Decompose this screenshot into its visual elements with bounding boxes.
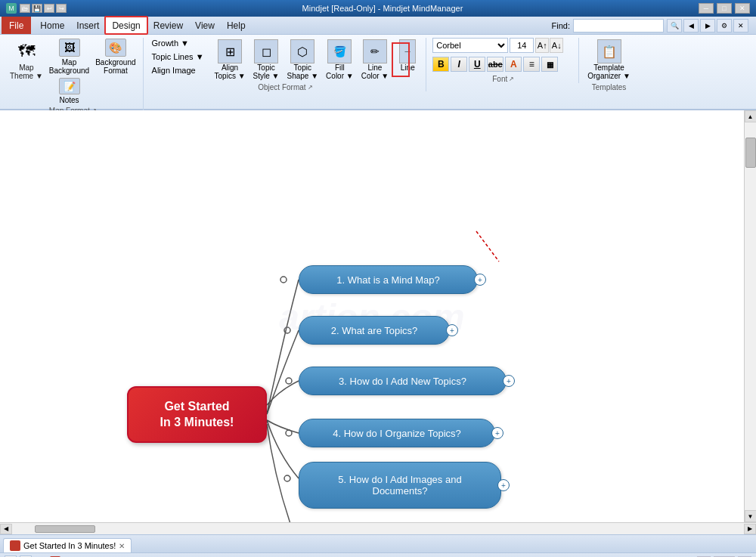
title-bar-minimize[interactable]: 🗁	[20, 4, 30, 13]
topic-style-btn[interactable]: ◻ TopicStyle ▼	[251, 38, 282, 82]
topic-4-text: 4. How do I Organize Topics?	[333, 428, 461, 439]
svg-point-4	[286, 430, 292, 436]
scroll-h-thumb[interactable]	[35, 525, 95, 533]
menu-design[interactable]: Design	[105, 17, 147, 34]
scroll-thumb[interactable]	[745, 138, 756, 168]
topic-node-2[interactable]: 2. What are Topics? +	[299, 316, 450, 345]
underline-btn[interactable]: U	[469, 57, 485, 72]
line-icon: →	[399, 39, 416, 63]
align-topics-btn[interactable]: ⊞ AlignTopics ▼	[212, 38, 248, 82]
topic-1-expand[interactable]: +	[474, 274, 486, 286]
font-expand[interactable]: ↗	[509, 76, 514, 82]
line-color-label: LineColor ▼	[361, 63, 389, 80]
italic-btn[interactable]: I	[451, 57, 467, 72]
font-label: Font ↗	[492, 75, 514, 83]
line-btn[interactable]: → Line	[394, 38, 421, 73]
vertical-scrollbar[interactable]: ▲ ▼	[744, 110, 756, 522]
central-node[interactable]: Get Started In 3 Minutes!	[127, 386, 267, 443]
svg-line-0	[476, 231, 499, 261]
tab-label: Get Started In 3 Minutes!	[23, 541, 116, 550]
map-theme-btn[interactable]: 🗺 MapTheme ▼	[8, 38, 45, 82]
line-color-btn[interactable]: ✏ LineColor ▼	[359, 38, 392, 82]
font-increase-btn[interactable]: A↑	[535, 38, 549, 53]
minimize-btn[interactable]: ─	[699, 3, 714, 14]
line-color-icon: ✏	[363, 39, 387, 63]
growth-btn[interactable]: Growth ▼	[150, 38, 191, 48]
title-bar-redo[interactable]: ↪	[56, 4, 67, 13]
map-background-label: MapBackground	[49, 58, 89, 75]
topic-1-text: 1. What is a Mind Map?	[336, 274, 440, 286]
menu-help[interactable]: Help	[221, 17, 252, 34]
topic-4-expand[interactable]: +	[491, 427, 503, 439]
title-bar-undo[interactable]: ↩	[44, 4, 54, 13]
find-close-btn[interactable]: ✕	[733, 19, 748, 32]
scroll-left-btn[interactable]: ◀	[0, 524, 12, 534]
title-bar-menu[interactable]: 💾	[32, 4, 42, 13]
map-background-btn[interactable]: 🖼 MapBackground	[47, 38, 91, 76]
scroll-right-btn[interactable]: ▶	[744, 524, 756, 534]
svg-point-1	[280, 277, 287, 283]
title-bar: M 🗁 💾 ↩ ↪ Mindjet [Read-Only] - Mindjet …	[0, 0, 756, 17]
line-label: Line	[401, 63, 415, 72]
notes-btn[interactable]: 📝 Notes	[47, 77, 91, 105]
map-background-icon: 🖼	[59, 39, 80, 57]
topic-lines-btn[interactable]: Topic Lines ▼	[150, 51, 206, 62]
highlight-btn[interactable]: A	[505, 57, 522, 72]
find-search-btn[interactable]: 🔍	[667, 19, 682, 32]
align-topics-icon: ⊞	[218, 39, 242, 63]
templates-label: Templates	[592, 83, 627, 91]
growth-label: Growth ▼	[152, 39, 189, 48]
find-options-btn[interactable]: ⚙	[717, 19, 732, 32]
tab-close-btn[interactable]: ✕	[119, 542, 125, 550]
object-format-label: Object Format ↗	[258, 83, 312, 91]
bold-btn[interactable]: B	[432, 57, 449, 72]
topic-style-icon: ◻	[254, 39, 278, 63]
topic-node-4[interactable]: 4. How do I Organize Topics? +	[299, 419, 495, 447]
window-controls: ─ □ ✕	[699, 3, 750, 14]
font-decrease-btn[interactable]: A↓	[550, 38, 563, 53]
find-next-btn[interactable]: ▶	[700, 19, 715, 32]
topic-shape-btn[interactable]: ⬡ TopicShape ▼	[285, 38, 321, 82]
font-size-input[interactable]	[510, 38, 534, 53]
menu-review[interactable]: Review	[147, 17, 189, 34]
map-theme-icon: 🗺	[14, 39, 39, 63]
ribbon-group-map-format: 🗺 MapTheme ▼ 🖼 MapBackground 📝 Notes 🎨	[3, 38, 144, 115]
strikethrough-btn[interactable]: abc	[487, 57, 503, 72]
topic-node-5[interactable]: 5. How do I Add Images andDocuments? +	[299, 462, 501, 509]
ribbon-group-font: Corbel A↑ A↓ B I U abc A ≡ ▦	[428, 38, 579, 83]
menu-view[interactable]: View	[189, 17, 221, 34]
notes-icon: 📝	[59, 78, 80, 94]
horizontal-scrollbar[interactable]: ◀ ▶	[0, 522, 756, 534]
scroll-up-btn[interactable]: ▲	[745, 110, 757, 122]
background-format-label: BackgroundFormat	[95, 58, 135, 75]
align-btn[interactable]: ≡	[523, 57, 540, 72]
maximize-btn[interactable]: □	[717, 3, 732, 14]
topic-3-text: 3. How do I Add New Topics?	[339, 376, 466, 387]
map-theme-label: MapTheme ▼	[10, 63, 43, 80]
topic-node-1[interactable]: 1. What is a Mind Map? +	[299, 265, 478, 294]
menu-insert[interactable]: Insert	[70, 17, 105, 34]
menu-home[interactable]: Home	[34, 17, 70, 34]
font-name-select[interactable]: Corbel	[432, 38, 508, 53]
close-btn[interactable]: ✕	[735, 3, 750, 14]
scroll-down-btn[interactable]: ▼	[745, 510, 757, 522]
topic-node-3[interactable]: 3. How do I Add New Topics? +	[299, 367, 507, 395]
fill-color-btn[interactable]: 🪣 FillColor ▼	[324, 38, 356, 82]
find-label: Find:	[552, 21, 570, 30]
background-format-btn[interactable]: 🎨 BackgroundFormat	[93, 38, 138, 76]
template-organizer-btn[interactable]: 📋 TemplateOrganizer ▼	[585, 38, 633, 82]
topic-3-expand[interactable]: +	[503, 375, 515, 387]
topic-5-expand[interactable]: +	[497, 479, 510, 491]
main-tab[interactable]: Get Started In 3 Minutes! ✕	[3, 538, 132, 552]
align-image-btn[interactable]: Align Image	[150, 65, 198, 76]
find-input[interactable]	[573, 19, 664, 32]
svg-point-3	[286, 378, 292, 384]
more-font-btn[interactable]: ▦	[541, 57, 558, 72]
object-format-expand[interactable]: ↗	[308, 84, 313, 91]
menu-file[interactable]: File	[2, 17, 31, 34]
topic-2-expand[interactable]: +	[446, 324, 458, 336]
svg-point-2	[284, 327, 290, 333]
find-prev-btn[interactable]: ◀	[683, 19, 699, 32]
ribbon-group-templates: 📋 TemplateOrganizer ▼ Templates	[581, 38, 637, 91]
background-format-icon: 🎨	[105, 39, 126, 57]
